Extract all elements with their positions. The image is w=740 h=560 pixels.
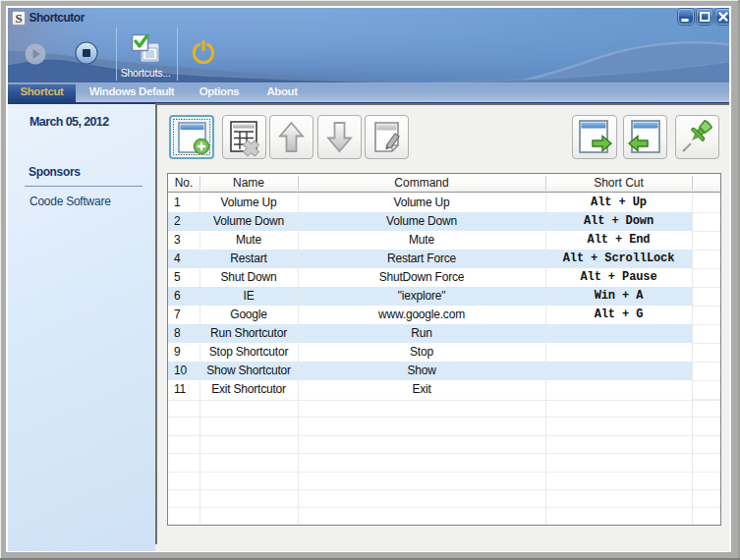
svg-text:S: S [16, 12, 23, 25]
